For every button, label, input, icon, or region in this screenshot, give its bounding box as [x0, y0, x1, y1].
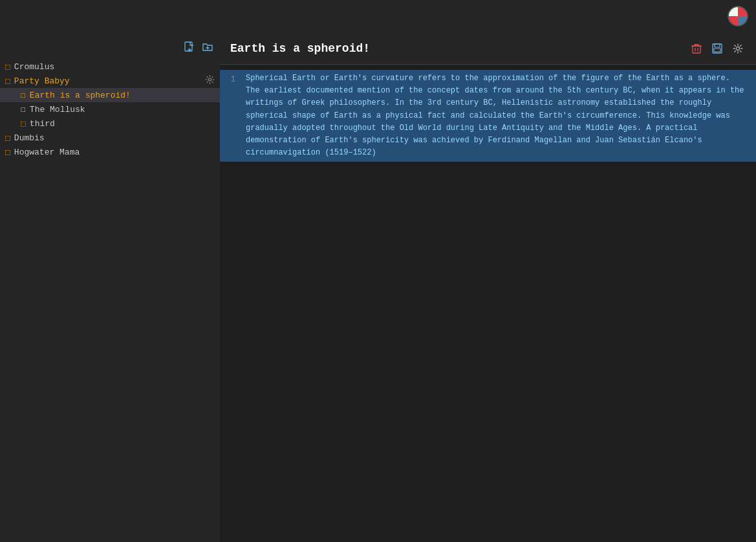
sidebar-item-label: Party Babyy — [14, 76, 70, 86]
file-icon-active: ☐ — [21, 90, 26, 100]
sidebar: ⬚ Cromulus ⬚ Party Babyy ☐ Earth is a sp… — [0, 32, 220, 542]
svg-rect-7 — [715, 44, 720, 47]
avatar-image — [728, 6, 748, 27]
svg-point-1 — [209, 78, 211, 81]
editor-block: 1 Spherical Earth or Earth's curvature r… — [220, 70, 756, 162]
party-babyy-settings-button[interactable] — [205, 75, 215, 87]
file-icon: ☐ — [21, 104, 26, 114]
avatar[interactable] — [728, 6, 748, 27]
save-button[interactable] — [709, 41, 725, 56]
topbar — [0, 0, 756, 32]
folder-icon: ⬚ — [5, 61, 10, 72]
sidebar-item-third[interactable]: ⬚ third — [0, 116, 220, 131]
sidebar-item-cromulus[interactable]: ⬚ Cromulus — [0, 60, 220, 74]
sidebar-items: ⬚ Cromulus ⬚ Party Babyy ☐ Earth is a sp… — [0, 60, 220, 542]
folder-icon-hogwater: ⬚ — [5, 147, 10, 157]
sidebar-item-party-babyy[interactable]: ⬚ Party Babyy — [0, 74, 220, 88]
page-title: Earth is a spheroid! — [230, 42, 689, 55]
sidebar-item-the-mollusk[interactable]: ☐ The Mollusk — [0, 102, 220, 116]
sidebar-item-label: Earth is a spheroid! — [30, 91, 131, 100]
delete-button[interactable] — [689, 41, 704, 56]
sidebar-item-hogwater-mama[interactable]: ⬚ Hogwater Mama — [0, 145, 220, 159]
svg-rect-2 — [693, 46, 700, 53]
sidebar-item-dumbis[interactable]: ⬚ Dumbis — [0, 131, 220, 145]
folder-icon-dumbis: ⬚ — [5, 133, 10, 143]
folder-icon-third: ⬚ — [21, 118, 26, 129]
folder-open-icon: ⬚ — [5, 76, 10, 86]
sidebar-item-label: Dumbis — [14, 133, 45, 143]
editor-area[interactable]: 1 Spherical Earth or Earth's curvature r… — [220, 65, 756, 542]
code-line-1: 1 Spherical Earth or Earth's curvature r… — [220, 72, 756, 159]
sidebar-item-label: Cromulus — [14, 62, 54, 72]
sidebar-item-earth-spheroid[interactable]: ☐ Earth is a spheroid! — [0, 88, 220, 102]
sidebar-item-label: third — [30, 119, 55, 129]
main-layout: ⬚ Cromulus ⬚ Party Babyy ☐ Earth is a sp… — [0, 32, 756, 542]
new-folder-button[interactable] — [200, 40, 215, 54]
sidebar-toolbar — [0, 38, 220, 60]
line-number-1: 1 — [220, 72, 246, 85]
settings-button[interactable] — [730, 41, 746, 56]
sidebar-item-label: Hogwater Mama — [14, 147, 80, 157]
line-content-1: Spherical Earth or Earth's curvature ref… — [246, 72, 756, 159]
content-header: Earth is a spheroid! — [220, 32, 756, 65]
content-area: Earth is a spheroid! — [220, 32, 756, 542]
header-actions — [689, 41, 746, 56]
sidebar-item-label: The Mollusk — [30, 105, 85, 114]
svg-point-9 — [737, 47, 740, 50]
svg-rect-8 — [714, 49, 720, 52]
new-file-button[interactable] — [182, 40, 197, 54]
